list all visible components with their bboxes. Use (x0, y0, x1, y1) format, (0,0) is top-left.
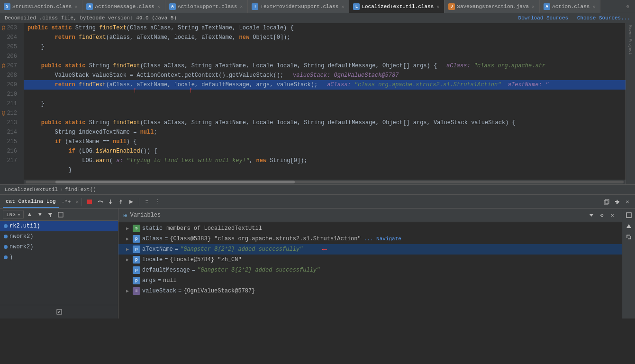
code-line-211 (24, 109, 635, 118)
line-216: 216 (0, 146, 20, 156)
frame-up-btn[interactable]: ▲ (25, 210, 34, 219)
breadcrumb-bar: LocalizedTextUtil › findText() (0, 184, 635, 194)
frame-dot-3 (4, 255, 8, 259)
breadcrumb-separator: › (60, 187, 63, 192)
step-over-btn[interactable] (95, 197, 105, 207)
tab-close-action-msg[interactable]: ✕ (156, 3, 161, 10)
frame-item-1[interactable]: nwork2) (0, 231, 118, 242)
asterisk-plus-tab[interactable]: -*+ (60, 199, 73, 205)
step-out-btn[interactable] (116, 197, 126, 207)
catalina-log-tab[interactable]: cat Catalina Log (3, 195, 59, 208)
code-area[interactable]: public static String findText(Class aCla… (24, 23, 635, 184)
var-icon-defaultMessage: p (133, 266, 140, 274)
line-214: 214 (0, 127, 20, 137)
var-icon-aTextName: p (133, 246, 140, 253)
var-name-locale: locale (142, 256, 163, 263)
download-sources-link[interactable]: Download Sources (518, 15, 569, 21)
tab-action-msg[interactable]: A ActionMessage.class ✕ (82, 0, 165, 13)
tab-save-gangster[interactable]: J SaveGangsterAction.java ✕ (444, 0, 540, 13)
right-icon-2[interactable] (624, 221, 634, 231)
more-btn[interactable]: ⋮ (153, 197, 162, 207)
notice-links: Download Sources Choose Sources... (513, 15, 630, 21)
tab-icon-struts1: S (4, 3, 10, 10)
var-row-static[interactable]: ▶ s static members of LocalizedTextUtil (118, 223, 622, 234)
code-line-208: ValueStack valueStack = ActionContext.ge… (24, 71, 635, 80)
svg-rect-15 (626, 213, 631, 218)
line-210: 210 (0, 90, 20, 99)
tab-close-action[interactable]: ✕ (591, 3, 596, 10)
restore-btn[interactable] (602, 197, 611, 207)
frame-filter-btn[interactable] (45, 210, 55, 219)
frame-dropdown-value: ING (6, 212, 16, 218)
breadcrumb-item-1[interactable]: LocalizedTextUtil (5, 187, 58, 192)
frame-list: rk2.util) nwork2) nwork2) ) (0, 221, 118, 305)
var-icon-args: p (133, 277, 140, 284)
var-name-static: static (142, 225, 163, 232)
right-icon-1[interactable] (624, 210, 634, 220)
tab-struts1[interactable]: S Struts1Action.class ✕ (0, 0, 82, 13)
svg-marker-9 (48, 213, 53, 217)
var-expand-locale: ▶ (126, 257, 133, 263)
tab-close-struts1[interactable]: ✕ (73, 3, 78, 10)
var-row-aClass[interactable]: ▶ p aClass = {Class@5383} "class org.apa… (118, 234, 622, 244)
var-expand-valueStack: ▶ (126, 288, 133, 294)
svg-marker-14 (590, 214, 593, 217)
frame-dot-0 (4, 224, 8, 228)
line-212: @ 212 (0, 109, 20, 118)
pin-btn[interactable] (612, 197, 622, 207)
var-row-defaultMessage[interactable]: p defaultMessage = "Gangster ${2*2} adde… (118, 265, 622, 275)
tab-close-text-provider[interactable]: ✕ (340, 3, 345, 10)
x-icon[interactable]: ✕ (75, 199, 79, 205)
code-line-215: if (LOG.isWarnEnabled()) { (24, 146, 635, 156)
tab-label-save-gangster: SaveGangsterAction.java (457, 4, 529, 9)
frame-label-2: nwork2) (9, 244, 33, 250)
svg-marker-16 (626, 224, 631, 228)
more-icon: ⋮ (155, 199, 160, 205)
tab-icon-text-provider: T (252, 3, 258, 10)
frame-down-btn[interactable]: ▼ (35, 210, 45, 219)
var-val-defaultMessage: "Gangster ${2*2} added successfully" (197, 267, 320, 273)
tab-close-action-support[interactable]: ✕ (239, 3, 244, 10)
frame-item-0[interactable]: rk2.util) (0, 221, 118, 231)
var-row-valueStack[interactable]: ▶ ≡ valueStack = {OgnlValueStack@5787} (118, 286, 622, 296)
tab-action[interactable]: A Action.class ✕ (540, 0, 600, 13)
vars-close[interactable]: ✕ (608, 210, 617, 220)
variables-title: Variables (130, 212, 161, 218)
frame-expand-btn[interactable] (56, 210, 65, 219)
tab-localized[interactable]: L LocalizedTextUtil.class ✕ (349, 0, 444, 13)
choose-sources-link[interactable]: Choose Sources... (577, 15, 630, 21)
var-navigate-aClass[interactable]: ... Navigate (364, 236, 401, 242)
var-name-valueStack: valueStack (142, 288, 176, 294)
tab-close-localized[interactable]: ✕ (435, 3, 440, 10)
close-panel-btn[interactable]: ✕ (623, 197, 632, 207)
var-arrow-indicator: ← (322, 245, 327, 254)
annot-207: @ (0, 61, 7, 71)
eval-btn[interactable]: = (142, 197, 152, 207)
var-row-locale[interactable]: ▶ p locale = {Locale@5784} "zh_CN" (118, 255, 622, 265)
frame-dropdown[interactable]: ING ▾ (3, 210, 24, 219)
scrollbar-thumb[interactable] (55, 181, 295, 183)
var-name-defaultMessage: defaultMessage (142, 267, 190, 273)
frame-item-2[interactable]: nwork2) (0, 242, 118, 252)
tab-settings-icon[interactable]: ⚙ (625, 3, 631, 10)
run-cursor-btn[interactable] (127, 197, 136, 207)
svg-marker-1 (102, 201, 103, 203)
tab-text-provider[interactable]: T TextProviderSupport.class ✕ (248, 0, 349, 13)
var-row-args[interactable]: p args = null (118, 275, 622, 286)
right-icon-restore[interactable] (624, 232, 634, 242)
frame-label-3: ) (9, 254, 13, 261)
frame-item-3[interactable]: ) (0, 252, 118, 263)
horizontal-scrollbar[interactable] (24, 180, 626, 184)
var-row-aTextName[interactable]: ▶ p aTextName = "Gangster ${2*2} added s… (118, 244, 622, 255)
vars-settings[interactable]: ⚙ (597, 210, 607, 220)
var-val-static: members of LocalizedTextUtil (166, 225, 262, 232)
debug-stop-btn[interactable] (85, 197, 94, 207)
frame-dot-2 (4, 245, 8, 249)
sidebar-icon-1[interactable] (54, 307, 64, 317)
vars-expand-all[interactable] (587, 210, 596, 220)
breadcrumb-item-2[interactable]: findText() (65, 187, 96, 192)
bottom-left-sidebar: ING ▾ ▲ ▼ rk2.util) nwor (0, 209, 118, 318)
step-into-btn[interactable] (106, 197, 115, 207)
tab-action-support[interactable]: A ActionSupport.class ✕ (165, 0, 248, 13)
tab-close-save-gangster[interactable]: ✕ (531, 3, 535, 10)
